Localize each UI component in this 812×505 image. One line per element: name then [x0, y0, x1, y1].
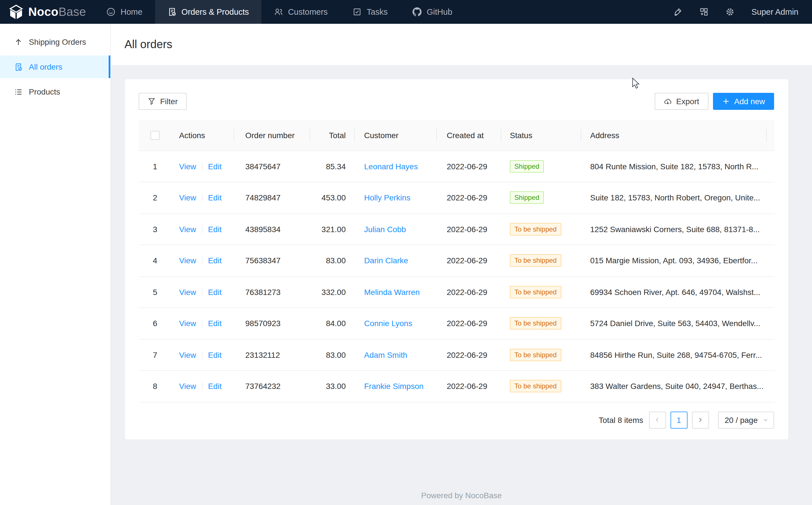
column-header-total: Total [310, 120, 354, 150]
total-cell: 33.00 [310, 371, 354, 402]
created-at-cell: 2022-06-29 [437, 151, 501, 182]
pagination-next-button[interactable] [692, 411, 709, 428]
tab-label: Orders & Products [181, 7, 249, 16]
plugin-blocks-icon[interactable] [700, 7, 709, 16]
actions-divider [202, 225, 202, 233]
sidebar-item-all-orders[interactable]: All orders [0, 55, 110, 78]
filter-button[interactable]: Filter [139, 93, 187, 110]
orders-table: Actions Order number Total Customer Crea… [139, 120, 774, 402]
created-at-cell: 2022-06-29 [437, 371, 501, 402]
view-link[interactable]: View [179, 225, 196, 234]
order-number: 38475647 [245, 162, 281, 171]
table-row: 3 View Edit 43895834 321.00 Julian Cobb … [139, 214, 774, 245]
row-index-cell: 3 [139, 214, 172, 244]
view-link[interactable]: View [179, 256, 196, 265]
customer-link[interactable]: Julian Cobb [364, 225, 406, 234]
edit-link[interactable]: Edit [208, 350, 222, 359]
select-all-checkbox[interactable] [151, 131, 160, 140]
order-document-icon [167, 7, 176, 16]
pagination-page-1[interactable]: 1 [670, 411, 687, 428]
add-new-button[interactable]: Add new [713, 93, 774, 110]
created-at-value: 2022-06-29 [447, 162, 487, 171]
edit-link[interactable]: Edit [208, 256, 222, 265]
address-cell: 804 Runte Mission, Suite 182, 15783, Nor… [581, 151, 767, 182]
customer-cell: Holly Perkins [354, 182, 437, 213]
order-number: 98570923 [245, 319, 281, 328]
actions-divider [202, 351, 202, 359]
view-link[interactable]: View [179, 382, 196, 391]
footer: Powered by NocoBase [111, 491, 812, 500]
table-body: 1 View Edit 38475647 85.34 Leonard Hayes… [139, 151, 774, 402]
edit-link[interactable]: Edit [208, 382, 222, 391]
team-icon [274, 7, 283, 16]
page-size-value: 20 / page [725, 415, 758, 424]
order-number-cell: 76381273 [234, 277, 310, 307]
row-index-cell: 8 [139, 371, 172, 402]
edit-link[interactable]: Edit [208, 162, 222, 171]
edit-link[interactable]: Edit [208, 319, 222, 328]
customer-link[interactable]: Melinda Warren [364, 288, 420, 297]
chevron-right-icon [697, 417, 703, 423]
address-cell: 69934 Schoen River, Apt. 646, 49704, Wal… [581, 277, 767, 307]
table-row: 2 View Edit 74829847 453.00 Holly Perkin… [139, 182, 774, 214]
total-cell: 85.34 [310, 151, 354, 182]
tab-orders-products[interactable]: Orders & Products [155, 0, 261, 24]
row-actions-cell: View Edit [172, 151, 234, 182]
nav-right-actions: Super Admin [673, 0, 812, 24]
user-menu[interactable]: Super Admin [752, 7, 798, 16]
table-toolbar: Filter Export [139, 93, 774, 110]
row-actions-cell: View Edit [172, 245, 234, 276]
view-link[interactable]: View [179, 319, 196, 328]
address-value: 383 Walter Gardens, Suite 040, 24947, Be… [590, 382, 763, 391]
customer-cell: Julian Cobb [354, 214, 437, 244]
edit-link[interactable]: Edit [208, 288, 222, 297]
actions-divider [202, 162, 202, 170]
column-header-address: Address [581, 120, 767, 150]
row-index-cell: 2 [139, 182, 172, 213]
view-link[interactable]: View [179, 193, 196, 202]
actions-divider [202, 194, 202, 202]
total-value: 33.00 [326, 382, 346, 391]
view-link[interactable]: View [179, 350, 196, 359]
column-header-created-at: Created at [437, 120, 501, 150]
customer-link[interactable]: Leonard Hayes [364, 162, 418, 171]
toolbar-right-buttons: Export Add new [655, 93, 774, 110]
export-button[interactable]: Export [655, 93, 708, 110]
settings-gear-icon[interactable] [726, 7, 735, 16]
page-size-select[interactable]: 20 / page [718, 411, 774, 428]
table-row: 7 View Edit 23132112 83.00 Adam Smith 20… [139, 339, 774, 371]
created-at-value: 2022-06-29 [447, 382, 487, 391]
status-cell: Shipped [501, 182, 581, 213]
customer-link[interactable]: Holly Perkins [364, 193, 410, 202]
row-actions-cell: View Edit [172, 182, 234, 213]
pagination-prev-button[interactable] [649, 411, 666, 428]
address-value: Suite 182, 15783, North Robert, Oregon, … [590, 193, 760, 202]
customer-link[interactable]: Adam Smith [364, 350, 408, 359]
main-layout: Shipping Orders All orders [0, 24, 812, 505]
sidebar-item-label: Products [29, 87, 60, 96]
filler-cell [767, 308, 774, 339]
customer-link[interactable]: Frankie Simpson [364, 382, 424, 391]
sidebar-item-products[interactable]: Products [0, 80, 110, 103]
tab-customers[interactable]: Customers [261, 0, 340, 24]
customer-link[interactable]: Darin Clarke [364, 256, 408, 265]
tab-home[interactable]: Home [94, 0, 155, 24]
ui-editor-pen-icon[interactable] [673, 7, 683, 16]
filler-cell [767, 182, 774, 213]
row-index: 3 [153, 225, 157, 234]
address-cell: 015 Margie Mission, Apt. 093, 34936, Ebe… [581, 245, 767, 276]
filler-cell [767, 339, 774, 370]
nocobase-logo[interactable]: NocoBase [0, 0, 94, 24]
edit-link[interactable]: Edit [208, 193, 222, 202]
order-number-cell: 38475647 [234, 151, 310, 182]
view-link[interactable]: View [179, 288, 196, 297]
tab-tasks[interactable]: Tasks [340, 0, 400, 24]
tab-github[interactable]: GitHub [400, 0, 465, 24]
edit-link[interactable]: Edit [208, 225, 222, 234]
customer-link[interactable]: Connie Lyons [364, 319, 412, 328]
customer-cell: Darin Clarke [354, 245, 437, 276]
sidebar-item-shipping-orders[interactable]: Shipping Orders [0, 31, 110, 53]
view-link[interactable]: View [179, 162, 196, 171]
row-index: 4 [153, 256, 157, 265]
address-value: 015 Margie Mission, Apt. 093, 34936, Ebe… [590, 256, 757, 265]
